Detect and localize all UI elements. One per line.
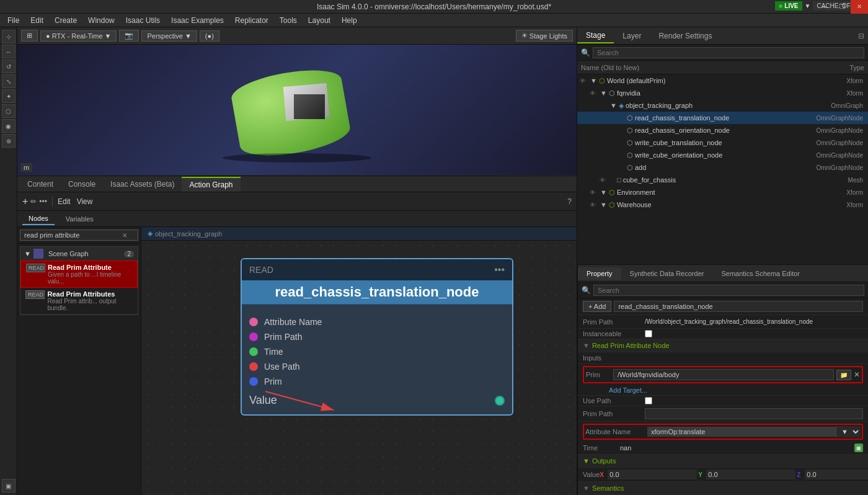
cfc-arrow: ▶ xyxy=(610,176,615,184)
eye-env[interactable]: 👁 xyxy=(590,189,598,196)
instanceable-checkbox[interactable] xyxy=(645,330,652,337)
audio-btn[interactable]: (●) xyxy=(200,30,219,42)
outputs-section[interactable]: ▼ Outputs xyxy=(578,455,868,468)
filter-icon[interactable]: ⊟ xyxy=(854,32,868,40)
read-prim-section[interactable]: ▼ Read Prim Attribute Node xyxy=(578,339,868,352)
x-input[interactable] xyxy=(608,470,697,479)
prop-search-input[interactable] xyxy=(593,285,864,296)
use-path-checkbox[interactable] xyxy=(645,397,652,404)
win-controls[interactable]: — ❐ ✕ xyxy=(816,0,868,14)
tool-5[interactable]: ✦ xyxy=(2,89,16,103)
graph-search-input[interactable] xyxy=(20,230,138,241)
menu-item-replicator[interactable]: Replicator xyxy=(230,15,273,26)
semantics-section[interactable]: ▼ Semantics xyxy=(578,482,868,495)
tab-action-graph[interactable]: Action Graph xyxy=(182,177,240,192)
layout-btn[interactable]: ⊞ xyxy=(21,30,38,42)
add-property-btn[interactable]: + Add xyxy=(583,301,611,312)
tab-content[interactable]: Content xyxy=(20,177,61,191)
tool-6[interactable]: ⬡ xyxy=(2,104,16,118)
menu-item-file[interactable]: File xyxy=(2,15,24,26)
menu-item-window[interactable]: Window xyxy=(83,15,120,26)
node-dots[interactable]: ••• xyxy=(494,264,505,275)
attr-name-input[interactable] xyxy=(647,427,836,437)
variables-tab[interactable]: Variables xyxy=(60,213,100,225)
z-input[interactable] xyxy=(805,470,868,479)
stage-tab-render[interactable]: Render Settings xyxy=(650,29,720,43)
menu-item-help[interactable]: Help xyxy=(337,15,362,26)
tool-9[interactable]: ▣ xyxy=(2,479,16,493)
tree-cfc[interactable]: 👁 ▶ □ cube_for_chassis Mesh xyxy=(577,174,868,186)
minimize-btn[interactable]: — xyxy=(816,0,833,14)
prop-tab-synthetic[interactable]: Synthetic Data Recorder xyxy=(621,267,713,280)
render-mode-btn[interactable]: ● RTX - Real-Time ▼ xyxy=(40,30,117,42)
view-menu-btn[interactable]: View xyxy=(77,197,93,206)
menu-item-create[interactable]: Create xyxy=(50,15,82,26)
tree-world[interactable]: 👁 ▼ ⬡ World (defaultPrim) Xform xyxy=(577,74,868,87)
eye-fqnvidia[interactable]: 👁 xyxy=(590,90,598,97)
stage-tab-layer[interactable]: Layer xyxy=(614,29,650,43)
prop-tab-property[interactable]: Property xyxy=(578,267,621,280)
eye-cfc[interactable]: 👁 xyxy=(600,177,608,184)
wh-icon: ⬡ xyxy=(609,201,615,209)
help-btn[interactable]: ? xyxy=(567,197,572,206)
prim-path-input-row: Prim Path xyxy=(578,406,868,422)
node-item-title-1: Read Prim Attribute xyxy=(48,264,132,271)
pencil-icon[interactable]: ✏ xyxy=(30,197,37,206)
tree-rctn[interactable]: 👁 ▶ ⬡ read_chassis_translation_node Omni… xyxy=(577,112,868,124)
group-icon xyxy=(33,249,43,259)
prim-file-btn[interactable]: 📁 xyxy=(836,370,851,380)
stage-search-input[interactable] xyxy=(593,47,864,58)
tree-env[interactable]: 👁 ▼ ⬡ Environment Xform xyxy=(577,186,868,198)
add-target[interactable]: Add Target... xyxy=(578,385,868,396)
stage-tab-stage[interactable]: Stage xyxy=(577,29,614,43)
menu-item-isaac examples[interactable]: Isaac Examples xyxy=(166,15,229,26)
stage-lights-btn[interactable]: ☀ Stage Lights xyxy=(516,30,573,42)
tab-isaac-assets[interactable]: Isaac Assets (Beta) xyxy=(103,177,182,191)
nodes-tab[interactable]: Nodes xyxy=(22,213,55,225)
node-item-read-prim-attr[interactable]: READ Read Prim Attribute Given a path to… xyxy=(20,261,138,288)
menu-item-isaac utils[interactable]: Isaac Utils xyxy=(121,15,165,26)
attr-dropdown[interactable]: ▼ xyxy=(836,426,861,437)
camera-icon-btn[interactable]: 📷 xyxy=(119,30,139,42)
menu-item-layout[interactable]: Layout xyxy=(303,15,335,26)
node-group-header[interactable]: ▼ Scene Graph 2 xyxy=(20,247,138,261)
tool-scale[interactable]: ⤡ xyxy=(2,74,16,88)
tree-rcon[interactable]: 👁 ▶ ⬡ read_chassis_orientation_node Omni… xyxy=(577,124,868,136)
tool-8[interactable]: ⊛ xyxy=(2,134,16,148)
dots-btn[interactable]: ••• xyxy=(39,197,47,206)
prim-clear-btn[interactable]: ✕ xyxy=(854,370,860,379)
tool-move[interactable]: ↔ xyxy=(2,45,16,58)
add-input[interactable] xyxy=(614,301,863,312)
perspective-btn[interactable]: Perspective ▼ xyxy=(141,30,197,42)
tool-select[interactable]: ⊹ xyxy=(2,30,16,43)
tab-console[interactable]: Console xyxy=(61,177,103,191)
eye-world[interactable]: 👁 xyxy=(580,78,588,84)
tree-otg[interactable]: 👁 ▼ ◈ object_tracking_graph OmniGraph xyxy=(577,99,868,112)
tool-7[interactable]: ◉ xyxy=(2,119,16,133)
node-item-read-prim-attrs[interactable]: READ Read Prim Attributes Read Prim attr… xyxy=(20,288,138,314)
tree-add[interactable]: 👁 ▶ ⬡ add OmniGraphNode xyxy=(577,161,868,174)
y-input[interactable] xyxy=(706,470,795,479)
menu-item-tools[interactable]: Tools xyxy=(275,15,302,26)
add-node-btn[interactable]: + xyxy=(22,196,28,207)
prop-tab-semantics[interactable]: Semantics Schema Editor xyxy=(712,267,808,280)
eye-warehouse[interactable]: 👁 xyxy=(590,202,598,208)
graph-node[interactable]: READ ••• read_chassis_translation_node A… xyxy=(241,258,513,416)
tree-wcon[interactable]: 👁 ▶ ⬡ write_cube_orientation_node OmniGr… xyxy=(577,149,868,161)
cfc-label: cube_for_chassis xyxy=(623,176,676,184)
prim-path-input[interactable] xyxy=(645,408,863,419)
graph-canvas[interactable]: ◈ object_tracking_graph READ ••• read_ch… xyxy=(141,227,577,495)
tree-wctn[interactable]: 👁 ▶ ⬡ write_cube_translation_node OmniGr… xyxy=(577,136,868,149)
prim-input[interactable] xyxy=(613,369,834,380)
search-clear-btn[interactable]: ✕ xyxy=(122,232,127,239)
menu-item-edit[interactable]: Edit xyxy=(25,15,48,26)
attr-name-section: Attribute Name ▼ xyxy=(583,424,863,440)
tree-warehouse[interactable]: 👁 ▼ ⬡ Warehouse Xform xyxy=(577,198,868,211)
tree-fqnvidia[interactable]: 👁 ▼ ⬡ fqnvidia Xform xyxy=(577,87,868,99)
semantics-arrow: ▼ xyxy=(583,484,590,492)
outputs-arrow: ▼ xyxy=(583,457,590,465)
close-btn[interactable]: ✕ xyxy=(851,0,868,14)
restore-btn[interactable]: ❐ xyxy=(833,0,851,14)
edit-menu-btn[interactable]: Edit xyxy=(58,197,71,206)
tool-rotate[interactable]: ↺ xyxy=(2,60,16,73)
